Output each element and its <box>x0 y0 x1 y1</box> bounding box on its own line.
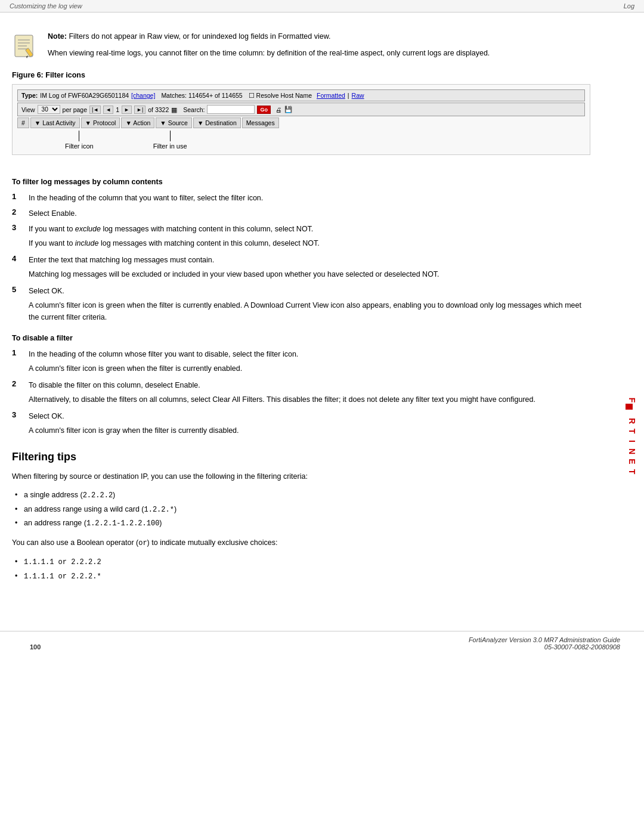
dis-step2-sub: Alternatively, to disable the filters on… <box>29 394 590 405</box>
filtering-tips-heading: Filtering tips <box>12 451 590 463</box>
note-bold: Note: <box>48 32 67 41</box>
filter-step-4: 4 Enter the text that matching log messa… <box>12 254 590 266</box>
dis-step3-sub: A column's filter icon is gray when the … <box>29 425 590 436</box>
resolve-checkbox: ☐ Resolve Host Name <box>249 92 312 99</box>
svg-text:E: E <box>627 459 637 464</box>
filter-by-column-heading: To filter log messages by column content… <box>12 178 590 186</box>
step5-sub: A column's filter icon is green when the… <box>29 299 590 323</box>
pagination-prev[interactable]: ◄ <box>103 106 113 114</box>
dis-step3-text: Select OK. <box>29 410 590 422</box>
pagination-first[interactable]: |◄ <box>89 106 101 114</box>
pagination-next[interactable]: ► <box>122 106 132 114</box>
disable-step-1: 1 In the heading of the column whose fil… <box>12 348 590 360</box>
note-text2: When viewing real-time logs, you cannot … <box>48 47 490 59</box>
step3-num: 3 <box>12 223 21 235</box>
step1-num: 1 <box>12 192 21 204</box>
dis-step2-text: To disable the filter on this column, de… <box>29 379 590 391</box>
step5-text: Select OK. <box>29 285 590 297</box>
filter-step-2: 2 Select Enable. <box>12 208 590 219</box>
disable-filter-heading: To disable a filter <box>12 334 590 342</box>
col-messages: Messages <box>242 117 279 128</box>
header-right: Log <box>624 2 634 10</box>
svg-text:T: T <box>627 429 637 434</box>
note-section: Note: Filters do not appear in Raw view,… <box>12 30 590 59</box>
header-left: Customizing the log view <box>10 2 82 10</box>
view-select[interactable]: 30 <box>38 105 60 114</box>
download-icon[interactable]: 💾 <box>284 106 292 113</box>
step3-sub: If you want to include log messages with… <box>29 237 590 249</box>
disable-steps: 1 In the heading of the column whose fil… <box>12 348 590 436</box>
header-bar: Customizing the log view Log <box>0 0 644 13</box>
tip-item-3: an address range (1.2.2.1-1.2.2.100) <box>12 516 590 531</box>
dis-step3-num: 3 <box>12 410 21 422</box>
figure-toolbar-row2: View 30 per page |◄ ◄ 1 ► ►| of 3322 ▦ S… <box>17 103 585 116</box>
separator: | <box>348 92 349 99</box>
footer-page-number: 100 <box>30 643 41 651</box>
svg-rect-8 <box>626 404 633 410</box>
search-input[interactable] <box>207 105 255 114</box>
change-link[interactable]: [change] <box>131 92 155 99</box>
boolean-item-2: 1.1.1.1 or 2.2.2.* <box>12 569 590 584</box>
dis-step1-sub: A column's filter icon is green when the… <box>29 363 590 374</box>
filter-step-5: 5 Select OK. <box>12 285 590 297</box>
pagination-last[interactable]: ►| <box>134 106 145 114</box>
step3-text: If you want to exclude log messages with… <box>29 223 590 235</box>
boolean-item-1: 1.1.1.1 or 2.2.2.2 <box>12 555 590 569</box>
step4-text: Enter the text that matching log message… <box>29 254 590 266</box>
dis-step1-num: 1 <box>12 348 21 360</box>
tip-item-2: an address range using a wild card (1.2.… <box>12 503 590 517</box>
view-label: View <box>21 106 35 113</box>
figure-annotations: Filter icon Filter in use <box>17 131 585 150</box>
col-action: ▼ Action <box>121 117 154 128</box>
boolean-list: 1.1.1.1 or 2.2.2.2 1.1.1.1 or 2.2.2.* <box>12 555 590 583</box>
raw-link[interactable]: Raw <box>352 92 364 99</box>
annotation-filter-icon: Filter icon <box>65 131 94 150</box>
type-value: IM Log of FWF60A29G6501184 <box>40 92 129 99</box>
figure-toolbar-row1: Type: IM Log of FWF60A29G6501184 [change… <box>17 89 585 101</box>
page-num: 1 <box>116 106 119 113</box>
col-destination: ▼ Destination <box>193 117 241 128</box>
col-last-activity: ▼ Last Activity <box>30 117 80 128</box>
go-button[interactable]: Go <box>257 106 271 114</box>
tips-intro: When filtering by source or destination … <box>12 470 590 482</box>
grid-icon: ▦ <box>171 106 177 113</box>
footer-doc-line1: FortiAnalyzer Version 3.0 MR7 Administra… <box>469 636 620 643</box>
note-text1: Filters do not appear in Raw view, or fo… <box>67 32 331 41</box>
footer-doc-line2: 05-30007-0082-20080908 <box>469 643 620 651</box>
print-icon[interactable]: 🖨 <box>275 106 282 113</box>
step4-num: 4 <box>12 254 21 266</box>
svg-text:N: N <box>627 448 637 454</box>
filter-figure: Type: IM Log of FWF60A29G6501184 [change… <box>12 84 590 155</box>
sidebar: F R T I N E T <box>614 24 644 601</box>
disable-step-2: 2 To disable the filter on this column, … <box>12 379 590 391</box>
fortinet-logo: F R T I N E T <box>617 382 641 478</box>
col-source: ▼ Source <box>156 117 192 128</box>
step2-num: 2 <box>12 208 21 219</box>
col-protocol: ▼ Protocol <box>81 117 120 128</box>
col-num: # <box>17 117 29 128</box>
step2-text: Select Enable. <box>29 208 590 219</box>
step4-sub: Matching log messages will be excluded o… <box>29 268 590 280</box>
note-text: Note: Filters do not appear in Raw view,… <box>48 30 490 59</box>
matches-label: Matches: 114654+ of 114655 <box>161 92 242 99</box>
main-content: Note: Filters do not appear in Raw view,… <box>0 13 644 613</box>
svg-text:T: T <box>627 469 637 475</box>
svg-text:F: F <box>627 398 637 403</box>
figure-caption: Figure 6: Filter icons <box>12 71 590 79</box>
dis-step2-num: 2 <box>12 379 21 391</box>
of-label: of 3322 <box>148 106 169 113</box>
type-label: Type: <box>21 92 38 99</box>
figure-header-row: # ▼ Last Activity ▼ Protocol ▼ Action ▼ … <box>17 117 585 128</box>
tips-list: a single address (2.2.2.2) an address ra… <box>12 488 590 531</box>
formatted-link[interactable]: Formatted <box>317 92 345 99</box>
per-page-label: per page <box>63 106 87 113</box>
filter-step-3: 3 If you want to exclude log messages wi… <box>12 223 590 235</box>
svg-text:I: I <box>627 440 637 442</box>
filter-steps: 1 In the heading of the column that you … <box>12 192 590 323</box>
annotation-filter-in-use: Filter in use <box>153 131 187 150</box>
boolean-intro: You can also use a Boolean operator (or)… <box>12 537 590 549</box>
filter-step-1: 1 In the heading of the column that you … <box>12 192 590 204</box>
svg-text:R: R <box>627 418 637 424</box>
note-icon <box>12 30 39 57</box>
content-area: Note: Filters do not appear in Raw view,… <box>0 24 614 601</box>
